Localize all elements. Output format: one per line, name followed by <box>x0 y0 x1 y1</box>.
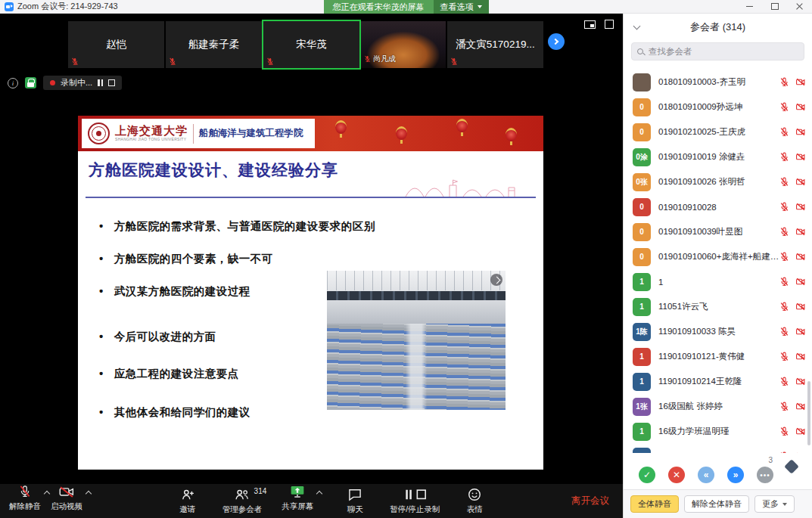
mic-muted-icon[interactable] <box>779 426 789 436</box>
participant-name: 16级力学班温明瑾 <box>658 426 779 437</box>
manage-participants-button[interactable]: 314 管理参会者 <box>221 484 264 518</box>
maximize-button[interactable] <box>762 0 787 13</box>
invite-button[interactable]: 邀请 <box>171 484 204 518</box>
scrollbar[interactable] <box>807 381 810 445</box>
window-titlebar: Zoom 会议号: 214-929-743 您正在观看宋华茂的屏幕 查看选项 <box>0 0 812 14</box>
participant-row[interactable]: 1张 16级国航 张婷婷 <box>624 394 812 419</box>
unmute-all-button[interactable]: 解除全体静音 <box>684 495 749 513</box>
participant-row[interactable]: 0涂 019010910019 涂健垚 <box>624 144 812 169</box>
chevron-up-icon[interactable] <box>316 491 322 497</box>
participant-row[interactable]: 1 119010910214王乾隆 <box>624 369 812 394</box>
lantern-decoration <box>396 126 407 140</box>
participant-row[interactable]: 1 119010910121-黄伟健 <box>624 344 812 369</box>
more-button[interactable]: 更多 <box>754 495 795 513</box>
video-tile[interactable]: 潘文寅5170219... <box>447 21 543 68</box>
feedback-faster-icon[interactable]: » <box>727 467 744 483</box>
video-off-icon[interactable] <box>795 377 806 386</box>
feedback-yes-icon[interactable]: ✓ <box>639 467 655 483</box>
feedback-more-icon[interactable]: •••3 <box>757 467 773 483</box>
participant-row[interactable]: 1 16级力学班温明瑾 <box>624 419 812 444</box>
participant-row[interactable]: 1 11051许云飞 <box>624 294 812 319</box>
video-off-icon[interactable] <box>795 451 806 453</box>
participant-row[interactable]: 1陈 119010910033 陈昊 <box>624 319 812 344</box>
video-tile-active-speaker[interactable]: 宋华茂 <box>263 21 359 68</box>
participant-row[interactable]: 0 019010910039叶昱图 <box>624 219 812 244</box>
participant-row[interactable]: 0 019010910028 <box>624 194 812 219</box>
mic-muted-icon[interactable] <box>779 402 789 411</box>
bullet-text: 方舱医院的四个要素，缺一不可 <box>114 252 273 266</box>
video-off-icon[interactable] <box>795 327 806 337</box>
pause-stop-recording-button[interactable]: 暂停/停止录制 <box>388 484 441 518</box>
mic-muted-icon[interactable] <box>779 252 789 262</box>
mic-muted-icon[interactable] <box>779 177 789 187</box>
close-button[interactable] <box>787 0 812 13</box>
start-video-button[interactable]: 启动视频 <box>49 484 84 512</box>
video-off-icon[interactable] <box>795 202 806 212</box>
unmute-button[interactable]: 解除静音 <box>8 484 42 512</box>
video-off-icon[interactable] <box>795 352 806 361</box>
participant-row[interactable]: 2 <box>624 444 812 453</box>
participant-name: 019010910019 涂健垚 <box>658 151 779 163</box>
video-filmstrip: 赵恺 船建秦子柔 宋华茂 尚凡成 潘文寅5170219... <box>68 21 543 68</box>
video-off-icon[interactable] <box>795 277 806 287</box>
encryption-lock-icon[interactable] <box>25 77 36 88</box>
video-off-icon[interactable] <box>795 102 806 112</box>
zoom-logo-icon <box>5 2 14 11</box>
participant-name: 019010910039叶昱图 <box>658 226 779 237</box>
share-screen-button[interactable]: 共享屏幕 <box>280 484 315 512</box>
search-input[interactable] <box>649 47 798 56</box>
video-off-icon[interactable] <box>795 402 806 411</box>
divider <box>193 124 194 144</box>
mute-all-button[interactable]: 全体静音 <box>630 495 679 513</box>
next-videos-button[interactable] <box>548 33 565 50</box>
mic-muted-icon[interactable] <box>779 302 789 312</box>
mic-muted-icon[interactable] <box>779 377 789 386</box>
university-logo-block: 上海交通大学 SHANGHAI JIAO TONG UNIVERSITY 船舶海… <box>82 119 315 148</box>
video-off-icon[interactable] <box>795 252 806 262</box>
video-off-icon[interactable] <box>795 127 806 137</box>
chat-button[interactable]: 聊天 <box>338 484 372 518</box>
mic-muted-icon[interactable] <box>779 77 789 87</box>
dark-diamond-icon[interactable] <box>784 459 799 474</box>
participant-row[interactable]: 0 019010210025-王庆虎 <box>624 119 812 144</box>
mic-muted-icon[interactable] <box>779 127 789 137</box>
info-icon[interactable]: i <box>8 78 18 88</box>
feedback-slower-icon[interactable]: « <box>698 467 714 483</box>
collapse-panel-icon[interactable] <box>633 23 641 30</box>
pause-recording-icon[interactable] <box>98 79 103 86</box>
video-tile[interactable]: 赵恺 <box>68 21 164 68</box>
avatar: 0 <box>633 223 651 241</box>
participant-row[interactable]: 018010910003-齐玉明 <box>624 70 812 95</box>
mic-muted-icon[interactable] <box>779 102 789 112</box>
view-mode-icon[interactable] <box>584 20 596 29</box>
video-off-icon[interactable] <box>795 227 806 237</box>
fullscreen-icon[interactable] <box>605 20 614 29</box>
reactions-button[interactable]: 表情 <box>458 484 491 518</box>
avatar: 1张 <box>633 398 651 416</box>
mic-muted-icon[interactable] <box>779 152 789 162</box>
feedback-no-icon[interactable]: ✕ <box>668 467 685 483</box>
mic-muted-icon[interactable] <box>779 202 789 212</box>
stop-recording-icon[interactable] <box>108 79 115 86</box>
video-off-icon[interactable] <box>795 77 806 87</box>
mic-muted-icon[interactable] <box>779 352 789 361</box>
mic-muted-icon[interactable] <box>779 327 789 337</box>
video-tile[interactable]: 船建秦子柔 <box>166 21 262 68</box>
participant-row[interactable]: 0 019010910060+庞海祥+船建学... <box>624 244 812 269</box>
video-off-icon[interactable] <box>795 152 806 162</box>
mic-muted-icon[interactable] <box>779 451 789 453</box>
leave-meeting-button[interactable]: 离开会议 <box>571 495 609 507</box>
participant-row[interactable]: 0张 019010910026 张明哲 <box>624 169 812 194</box>
view-options-button[interactable]: 查看选项 <box>434 0 489 14</box>
video-off-icon[interactable] <box>795 426 806 436</box>
mic-muted-icon[interactable] <box>779 227 789 237</box>
video-off-icon[interactable] <box>795 302 806 312</box>
video-off-icon[interactable] <box>795 177 806 187</box>
participant-row[interactable]: 0 018010910009孙远坤 <box>624 95 812 119</box>
minimize-button[interactable] <box>737 0 762 13</box>
video-tile-with-camera[interactable]: 尚凡成 <box>361 21 446 68</box>
mic-muted-icon[interactable] <box>779 277 789 287</box>
chevron-down-icon <box>478 5 482 8</box>
participant-row[interactable]: 1 1 <box>624 269 812 294</box>
photo-bed-rows <box>327 324 506 410</box>
